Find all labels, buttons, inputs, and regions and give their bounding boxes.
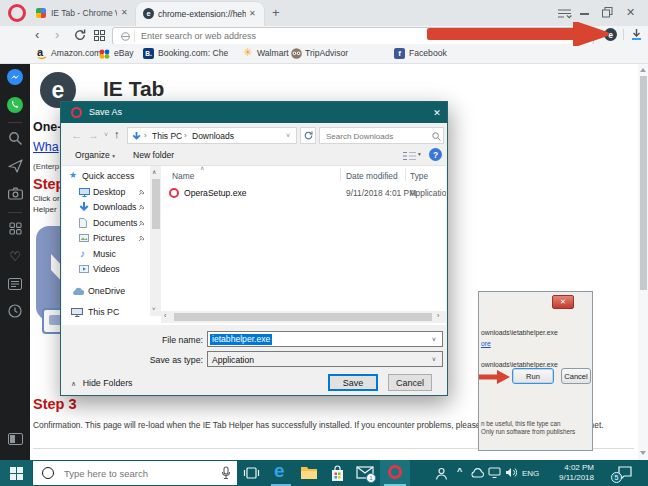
tripadvisor-icon — [291, 48, 302, 59]
taskbar-store-button[interactable] — [324, 460, 350, 486]
nav-forward-icon[interactable]: → — [88, 129, 99, 141]
windows-logo-icon — [10, 467, 23, 480]
file-row-operasetup[interactable]: OperaSetup.exe 9/11/2018 4:01 PM Applica… — [166, 187, 446, 201]
nav-back-icon[interactable]: ← — [71, 129, 82, 141]
scrollbar-thumb[interactable] — [152, 179, 160, 229]
scroll-down-icon[interactable] — [640, 451, 646, 455]
news-icon[interactable] — [7, 276, 23, 292]
action-center-button[interactable]: 5 — [604, 460, 648, 486]
people-icon[interactable] — [434, 466, 448, 480]
my-flow-icon[interactable] — [7, 158, 23, 174]
task-view-icon[interactable] — [242, 465, 260, 481]
bookmarks-heart-icon[interactable]: ♡ — [7, 248, 23, 264]
taskbar-search-box[interactable] — [33, 461, 237, 485]
taskbar-search-input[interactable] — [62, 466, 216, 481]
opera-sidebar: ♡ — [0, 63, 30, 460]
language-indicator[interactable]: ENG — [522, 469, 539, 478]
taskbar-mail-button[interactable]: 1 — [352, 460, 378, 486]
network-icon[interactable] — [488, 467, 501, 479]
breadcrumb-caret-icon[interactable]: ˅ — [286, 132, 290, 139]
taskbar-explorer-button[interactable] — [296, 460, 322, 486]
step2-text-line1: Click or — [33, 194, 60, 203]
sidebar-settings-icon[interactable] — [7, 431, 23, 447]
snapshot-camera-icon[interactable] — [7, 185, 23, 201]
minimize-icon[interactable] — [580, 13, 589, 15]
edge-icon: e — [274, 460, 285, 482]
speed-dial-icon[interactable] — [7, 220, 23, 236]
file-name-combobox[interactable]: ietabhelper.exe ˅ — [207, 331, 443, 347]
taskbar-edge-button[interactable]: e — [268, 460, 294, 486]
view-options-icon[interactable] — [403, 151, 416, 161]
hide-folders-button[interactable]: ∧ Hide Folders — [71, 378, 133, 388]
search-icon[interactable] — [7, 130, 23, 146]
breadcrumb-chevron-icon: › — [184, 131, 187, 140]
new-folder-button[interactable]: New folder — [133, 150, 174, 160]
whats-this-link[interactable]: Wha — [33, 140, 59, 154]
onetime-text: One- — [33, 120, 61, 134]
clock[interactable]: 4:02 PM 9/11/2018 — [546, 463, 594, 483]
site-badge-icon[interactable] — [121, 32, 130, 41]
tree-scrollbar[interactable]: ∧ ˅ — [150, 166, 161, 316]
combo-caret-icon[interactable]: ˅ — [432, 336, 436, 343]
dialog-close-icon[interactable]: ✕ — [427, 102, 447, 123]
start-button[interactable] — [0, 460, 32, 486]
address-input[interactable] — [139, 29, 473, 43]
page-scrollbar[interactable] — [638, 63, 648, 460]
forward-icon[interactable]: › — [55, 27, 59, 42]
breadcrumb-downloads[interactable]: Downloads — [192, 131, 234, 141]
scroll-down-icon[interactable]: ˅ — [152, 306, 156, 312]
microsoft-store-icon — [330, 465, 345, 482]
nav-up-icon[interactable]: ↑ — [114, 128, 120, 140]
list-h-scrollbar[interactable]: ‹ › — [161, 311, 446, 323]
embedded-run-button: Run — [512, 368, 554, 384]
onedrive-tray-icon[interactable] — [470, 468, 485, 478]
breadcrumb-bar[interactable]: › This PC › Downloads ˅ — [127, 127, 297, 144]
messenger-icon[interactable] — [7, 69, 23, 85]
tab-close-icon[interactable]: ✕ — [249, 9, 256, 18]
scroll-left-icon[interactable]: ‹ — [164, 312, 166, 319]
history-clock-icon[interactable] — [7, 303, 23, 319]
dialog-title-bar[interactable]: Save As ✕ — [61, 102, 447, 123]
scroll-up-icon[interactable]: ∧ — [152, 168, 156, 175]
this-pc-icon — [71, 308, 83, 317]
breadcrumb-this-pc[interactable]: This PC — [152, 131, 182, 141]
save-type-combobox[interactable]: Application ˅ — [207, 351, 443, 367]
scroll-right-icon[interactable]: › — [437, 312, 439, 319]
taskbar-opera-button[interactable] — [380, 460, 410, 486]
easy-setup-icon[interactable] — [556, 7, 572, 20]
toolbar-divider — [623, 29, 624, 40]
embedded-cancel-button: Cancel — [561, 368, 591, 384]
column-header-date[interactable]: Date modified — [346, 171, 398, 181]
help-icon[interactable]: ? — [429, 148, 442, 161]
refresh-button[interactable] — [300, 127, 316, 144]
view-options-caret-icon[interactable]: ▾ — [418, 151, 421, 157]
tab-extension-active[interactable]: e chrome-extension://hehijb ✕ — [136, 2, 264, 26]
scroll-up-icon[interactable] — [640, 68, 646, 72]
scrollbar-thumb[interactable] — [174, 313, 432, 321]
column-header-type[interactable]: Type — [410, 171, 428, 181]
back-icon[interactable]: ‹ — [35, 27, 39, 42]
combo-caret-icon[interactable]: ˅ — [432, 356, 436, 363]
dialog-search-input[interactable] — [324, 130, 428, 143]
speed-dial-grid-icon[interactable] — [94, 30, 105, 41]
close-icon[interactable]: ✕ — [626, 6, 635, 19]
tab-ietab-store[interactable]: IE Tab - Chrome Web Stor ✕ — [30, 0, 134, 26]
new-tab-icon[interactable]: + — [272, 5, 280, 20]
pin-icon — [138, 235, 145, 242]
save-button[interactable]: Save — [328, 374, 378, 391]
cancel-button[interactable]: Cancel — [388, 374, 432, 391]
opera-logo-icon[interactable] — [8, 4, 26, 22]
restore-icon[interactable] — [602, 7, 613, 18]
nav-history-caret-icon[interactable]: ˅ — [104, 131, 108, 138]
speaker-icon[interactable] — [505, 467, 517, 478]
whatsapp-icon[interactable] — [7, 97, 23, 113]
hidden-icons-chevron-icon[interactable]: ^ — [457, 466, 462, 476]
dialog-search-box[interactable] — [319, 127, 444, 144]
organize-menu[interactable]: Organize ▾ — [75, 150, 115, 160]
scrollbar-thumb[interactable] — [640, 76, 647, 290]
microphone-icon[interactable] — [221, 466, 231, 480]
reload-icon[interactable] — [74, 29, 86, 41]
tab-close-icon[interactable]: ✕ — [121, 8, 128, 17]
column-header-name[interactable]: Name — [172, 171, 194, 181]
downloads-icon[interactable] — [630, 28, 643, 41]
